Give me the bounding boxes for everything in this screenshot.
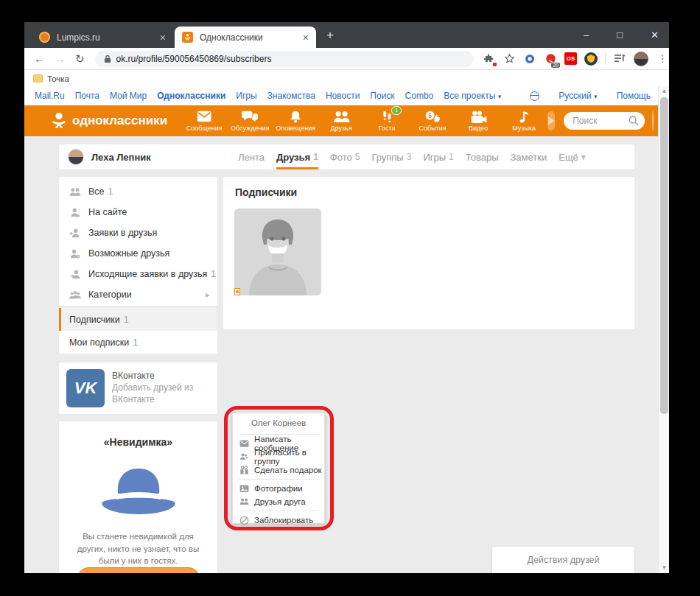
block-icon <box>239 516 249 525</box>
nav-mail[interactable]: Почта <box>75 91 99 101</box>
extension-puzzle-icon[interactable] <box>482 52 495 66</box>
filter-friend-requests[interactable]: Заявки в друзья <box>59 222 217 243</box>
tab-close-icon[interactable]: × <box>303 32 309 43</box>
bookmarks-bar: Точка <box>24 71 669 86</box>
nav-odnoklassniki[interactable]: Одноклассники <box>157 91 225 101</box>
help-link[interactable]: Помощь <box>617 91 651 101</box>
playlist-icon[interactable] <box>613 52 626 66</box>
tab-notes[interactable]: Заметки <box>510 144 547 169</box>
ok-status-badge <box>234 288 240 295</box>
filter-outgoing-requests[interactable]: Исходящие заявки в друзья1 <box>59 264 217 284</box>
tab-close-icon[interactable]: × <box>160 32 166 43</box>
vk-title: ВКонтакте <box>112 371 217 381</box>
okmenu-music[interactable]: Музыка <box>503 111 545 132</box>
globe-icon <box>530 91 539 101</box>
events-icon: 5 <box>424 111 441 123</box>
scroll-down-icon[interactable]: ▼ <box>659 563 669 573</box>
menu-item-photos[interactable]: Фотографии <box>233 482 324 495</box>
okmenu-guests[interactable]: 1 Гости <box>366 111 407 132</box>
ok-play-button[interactable] <box>547 111 555 130</box>
nav-dating[interactable]: Знакомства <box>267 91 315 101</box>
okmenu-discussions[interactable]: Обсуждения <box>229 111 270 132</box>
profile-name[interactable]: Леха Лепник <box>91 152 151 163</box>
two-people-icon <box>239 498 249 505</box>
tab-goods[interactable]: Товары <box>466 144 499 169</box>
bookmark-item[interactable]: Точка <box>47 74 69 83</box>
filter-possible-friends[interactable]: ? Возможные друзья <box>59 243 217 264</box>
tab-feed[interactable]: Лента <box>238 144 265 169</box>
nav-moymir[interactable]: Мой Мир <box>110 91 147 101</box>
subscriber-avatar[interactable] <box>234 208 321 295</box>
address-bar[interactable]: ok.ru/profile/590056450869/subscribers <box>95 51 473 67</box>
ok-user-avatar[interactable] <box>652 111 654 131</box>
toolbar-divider <box>605 53 606 65</box>
invisible-title: «Невидимка» <box>59 436 217 448</box>
scrollbar-thumb[interactable] <box>660 97 668 414</box>
ok-logo-icon <box>51 112 67 130</box>
envelope-icon <box>239 440 249 448</box>
friends-actions-widget[interactable]: Действия друзей <box>492 547 634 573</box>
bookmark-star-icon[interactable] <box>503 52 516 66</box>
vk-import-card[interactable]: VK ВКонтакте Добавить друзей из ВКонтакт… <box>59 362 217 414</box>
extension-rss-icon[interactable]: 20 <box>544 52 557 66</box>
filter-all[interactable]: Все1 <box>59 181 217 202</box>
tab-lumpics[interactable]: Lumpics.ru × <box>32 27 173 48</box>
invisible-enable-button[interactable] <box>77 567 200 573</box>
close-button[interactable]: ✕ <box>646 29 663 41</box>
okmenu-notifications[interactable]: Оповещения <box>275 111 316 132</box>
nav-games[interactable]: Игры <box>236 91 256 101</box>
okmenu-messages[interactable]: Сообщения <box>183 111 225 132</box>
extension-shield-icon[interactable] <box>584 52 598 66</box>
filter-online[interactable]: На сайте <box>59 202 217 222</box>
chevron-down-icon: ▾ <box>498 93 502 100</box>
sidebar-item-subscribers[interactable]: Подписчики1 <box>59 308 217 331</box>
tab-odnoklassniki[interactable]: Одноклассники × <box>175 27 316 48</box>
browser-profile-avatar[interactable] <box>634 52 648 66</box>
play-icon <box>547 116 555 125</box>
photo-icon <box>239 485 249 493</box>
ok-header: одноклассники Сообщения Обсуждения Опове… <box>24 105 658 136</box>
menu-item-block[interactable]: Заблокировать <box>233 513 324 527</box>
minimize-button[interactable]: – <box>579 29 593 41</box>
page-scrollbar[interactable]: ▲ ▼ <box>658 86 669 573</box>
tab-photos[interactable]: Фото5 <box>330 144 360 169</box>
chevron-right-icon: ▶ <box>206 292 210 298</box>
okmenu-friends[interactable]: Друзья <box>321 111 362 132</box>
lock-icon <box>104 55 111 63</box>
ok-logo[interactable]: одноклассники <box>51 112 167 130</box>
nav-search[interactable]: Поиск <box>370 91 394 101</box>
new-tab-button[interactable]: + <box>326 28 334 43</box>
two-people-icon <box>69 187 81 197</box>
scroll-up-icon[interactable]: ▲ <box>659 86 669 97</box>
menu-item-friends-of-friend[interactable]: Друзья друга <box>233 495 324 508</box>
extension-os-icon[interactable]: OS <box>564 52 577 65</box>
filter-categories[interactable]: Категории ▶ <box>59 284 217 305</box>
extension-gear-icon[interactable] <box>523 52 536 66</box>
browser-menu-icon[interactable]: ⋮ <box>656 52 669 66</box>
profile-avatar[interactable] <box>68 149 84 165</box>
tab-groups[interactable]: Группы3 <box>371 144 411 169</box>
nav-all-projects[interactable]: Все проекты ▾ <box>444 91 501 101</box>
vk-logo: VK <box>66 369 105 407</box>
okmenu-events[interactable]: 5 События <box>412 111 453 132</box>
tab-more[interactable]: Ещё▾ <box>559 144 586 169</box>
back-icon[interactable]: ← <box>34 52 45 65</box>
nav-mailru[interactable]: Mail.Ru <box>35 91 65 101</box>
friend-actions-menu: Олег Корнеев Написать сообщение Пригласи… <box>232 413 325 524</box>
tab-strip: Lumpics.ru × Одноклассники × + – □ ✕ <box>24 22 669 48</box>
tab-games[interactable]: Игры1 <box>423 144 453 169</box>
language-selector[interactable]: Русский ▾ <box>559 91 597 101</box>
nav-news[interactable]: Новости <box>326 91 360 101</box>
maximize-button[interactable]: □ <box>612 29 627 41</box>
people-group-icon <box>69 290 81 300</box>
reload-icon[interactable]: ↻ <box>75 52 85 66</box>
okmenu-video[interactable]: Видео <box>458 111 499 132</box>
person-online-icon <box>69 208 81 217</box>
envelope-icon <box>197 111 211 123</box>
menu-item-invite-to-group[interactable]: Пригласить в группу <box>233 450 324 463</box>
tab-friends[interactable]: Друзья1 <box>276 144 318 169</box>
menu-item-make-gift[interactable]: Сделать подарок <box>233 463 324 477</box>
ok-search <box>564 112 645 130</box>
sidebar-item-my-subscriptions[interactable]: Мои подписки1 <box>59 331 217 354</box>
nav-combo[interactable]: Combo <box>405 91 434 101</box>
